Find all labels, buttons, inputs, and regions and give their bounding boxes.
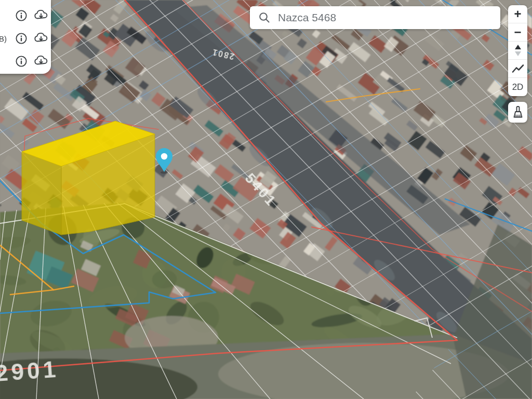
cloud-download-icon — [33, 9, 49, 22]
layer-download-button[interactable] — [33, 31, 49, 46]
svg-text:2901: 2901 — [0, 356, 60, 386]
map-toolbar: + − 2D — [508, 5, 527, 96]
layer-download-button[interactable] — [33, 8, 49, 23]
map-canvas[interactable]: 280154012901 — [0, 0, 532, 399]
trend-line-icon — [511, 62, 525, 75]
tilt-control[interactable] — [508, 42, 527, 60]
tilt-arrows-icon — [513, 44, 523, 57]
chart-button[interactable] — [508, 60, 527, 78]
layer-label: B) — [0, 34, 11, 43]
layer-info-button[interactable] — [14, 31, 29, 46]
search-icon — [258, 11, 271, 24]
map-3d-view: 280154012901 B) — [0, 0, 532, 399]
info-icon — [15, 32, 28, 45]
mode-2d-button[interactable]: 2D — [508, 78, 527, 96]
zoom-in-button[interactable]: + — [508, 5, 527, 23]
layer-info-button[interactable] — [14, 54, 29, 69]
broom-icon — [511, 105, 525, 119]
street-label: 2901 — [0, 356, 60, 386]
layers-panel: B) — [0, 0, 51, 74]
info-icon — [15, 55, 28, 68]
layer-row — [0, 4, 51, 27]
cloud-download-icon — [33, 55, 49, 68]
layer-row — [0, 50, 51, 73]
layer-info-button[interactable] — [14, 8, 29, 23]
layer-download-button[interactable] — [33, 54, 49, 69]
search-bar[interactable] — [250, 6, 500, 29]
search-input[interactable] — [277, 11, 495, 24]
layer-row: B) — [0, 27, 51, 50]
clean-button[interactable] — [508, 102, 527, 123]
info-icon — [15, 9, 28, 22]
zoom-out-button[interactable]: − — [508, 23, 527, 42]
cloud-download-icon — [33, 32, 49, 45]
